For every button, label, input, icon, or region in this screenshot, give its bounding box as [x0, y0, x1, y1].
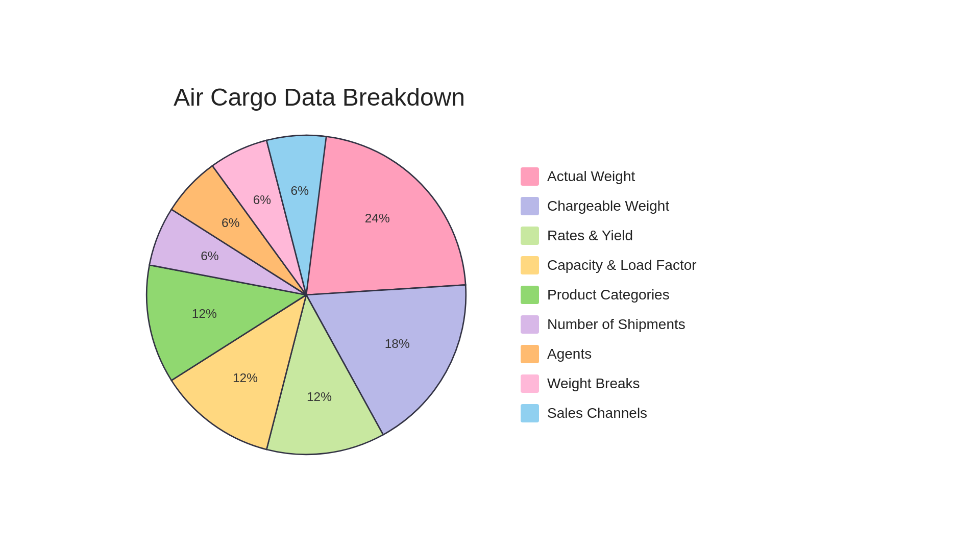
- pie-label: 6%: [201, 248, 218, 262]
- legend-swatch: [521, 167, 539, 186]
- legend-label: Number of Shipments: [547, 316, 685, 333]
- legend-swatch: [521, 227, 539, 245]
- pie-chart: 24%18%12%12%12%6%6%6%6%: [133, 121, 480, 468]
- legend-item: Product Categories: [521, 286, 697, 304]
- legend-swatch: [521, 197, 539, 215]
- legend-item: Actual Weight: [521, 167, 697, 186]
- legend-swatch: [521, 374, 539, 393]
- pie-label: 6%: [222, 216, 239, 230]
- legend-item: Agents: [521, 345, 697, 363]
- legend-swatch: [521, 315, 539, 334]
- legend-swatch: [521, 286, 539, 304]
- legend-label: Agents: [547, 346, 592, 362]
- legend: Actual WeightChargeable WeightRates & Yi…: [521, 167, 697, 422]
- pie-label: 12%: [307, 390, 332, 404]
- legend-item: Sales Channels: [521, 404, 697, 422]
- legend-label: Weight Breaks: [547, 375, 640, 392]
- pie-label: 6%: [253, 193, 271, 207]
- legend-label: Capacity & Load Factor: [547, 257, 697, 273]
- chart-title: Air Cargo Data Breakdown: [174, 83, 465, 111]
- legend-label: Sales Channels: [547, 405, 647, 421]
- pie-label: 12%: [192, 306, 217, 320]
- chart-body: 24%18%12%12%12%6%6%6%6% Actual WeightCha…: [133, 121, 697, 468]
- legend-item: Weight Breaks: [521, 374, 697, 393]
- pie-label: 12%: [233, 370, 258, 384]
- legend-item: Rates & Yield: [521, 227, 697, 245]
- legend-swatch: [521, 404, 539, 422]
- legend-label: Chargeable Weight: [547, 198, 669, 214]
- legend-swatch: [521, 256, 539, 274]
- legend-label: Rates & Yield: [547, 228, 633, 244]
- legend-item: Capacity & Load Factor: [521, 256, 697, 274]
- pie-label: 24%: [365, 211, 390, 225]
- pie-label: 18%: [385, 337, 410, 350]
- pie-label: 6%: [291, 183, 309, 197]
- legend-swatch: [521, 345, 539, 363]
- chart-container: Air Cargo Data Breakdown 24%18%12%12%12%…: [133, 83, 847, 468]
- legend-item: Chargeable Weight: [521, 197, 697, 215]
- legend-label: Product Categories: [547, 287, 670, 303]
- legend-item: Number of Shipments: [521, 315, 697, 334]
- legend-label: Actual Weight: [547, 168, 635, 185]
